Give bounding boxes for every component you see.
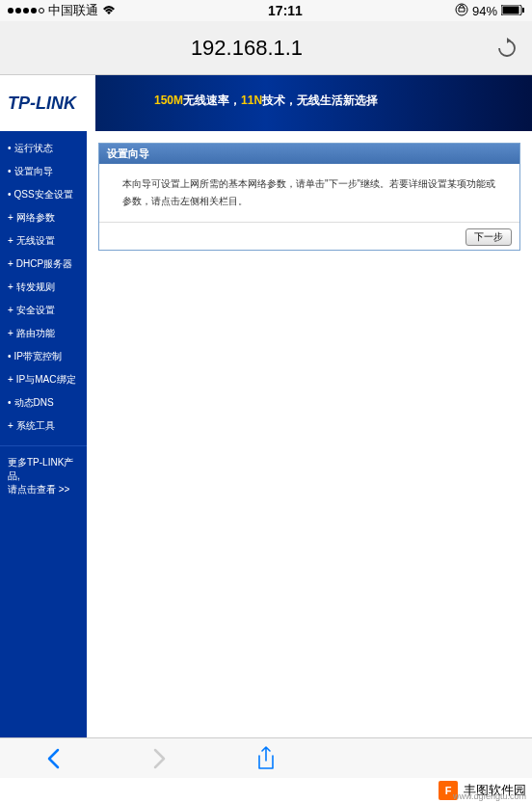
banner: TP-LINK 150M无线速率，11N技术，无线生活新选择 xyxy=(0,75,532,131)
sidebar-item-forward[interactable]: 转发规则 xyxy=(0,276,87,299)
sidebar-item-system[interactable]: 系统工具 xyxy=(0,415,87,438)
wizard-footer: 下一步 xyxy=(99,222,519,250)
sidebar: 运行状态 设置向导 QSS安全设置 网络参数 无线设置 DHCP服务器 转发规则… xyxy=(0,131,87,738)
wizard-box: 设置向导 本向导可设置上网所需的基本网络参数，请单击"下一步"继续。若要详细设置… xyxy=(98,143,520,251)
banner-slogan: 150M无线速率，11N技术，无线生活新选择 xyxy=(154,93,378,109)
reload-button[interactable] xyxy=(493,35,520,62)
watermark-url: www.dgfengtu.com xyxy=(453,791,526,801)
sidebar-menu: 运行状态 设置向导 QSS安全设置 网络参数 无线设置 DHCP服务器 转发规则… xyxy=(0,137,87,438)
back-button[interactable] xyxy=(39,744,67,773)
status-right: 94% xyxy=(455,3,524,19)
svg-rect-3 xyxy=(522,8,524,13)
sidebar-more-link[interactable]: 更多TP-LINK产品, 请点击查看 >> xyxy=(0,445,87,506)
sidebar-item-status[interactable]: 运行状态 xyxy=(0,137,87,160)
battery-icon xyxy=(501,4,524,18)
sidebar-item-bandwidth[interactable]: IP带宽控制 xyxy=(0,345,87,368)
sidebar-item-qss[interactable]: QSS安全设置 xyxy=(0,183,87,206)
sidebar-item-wireless[interactable]: 无线设置 xyxy=(0,229,87,253)
sidebar-item-dhcp[interactable]: DHCP服务器 xyxy=(0,253,87,276)
next-button[interactable]: 下一步 xyxy=(466,228,512,246)
tplink-logo: TP-LINK xyxy=(0,94,76,114)
status-left: 中国联通 xyxy=(8,2,116,19)
orientation-lock-icon xyxy=(455,3,468,19)
signal-icon xyxy=(8,8,44,13)
sidebar-item-ddns[interactable]: 动态DNS xyxy=(0,391,87,415)
sidebar-item-ipmac[interactable]: IP与MAC绑定 xyxy=(0,368,87,391)
main-area: 运行状态 设置向导 QSS安全设置 网络参数 无线设置 DHCP服务器 转发规则… xyxy=(0,131,532,738)
svg-rect-2 xyxy=(503,6,519,13)
carrier-label: 中国联通 xyxy=(48,2,98,19)
wizard-title: 设置向导 xyxy=(99,144,519,164)
forward-button[interactable] xyxy=(146,744,174,773)
sidebar-item-routing[interactable]: 路由功能 xyxy=(0,322,87,345)
status-bar: 中国联通 17:11 94% xyxy=(0,0,532,21)
sidebar-item-security[interactable]: 安全设置 xyxy=(0,299,87,322)
wifi-icon xyxy=(102,4,116,18)
battery-percent: 94% xyxy=(472,4,497,18)
sidebar-item-wizard[interactable]: 设置向导 xyxy=(0,160,87,183)
safari-toolbar xyxy=(0,737,532,778)
clock: 17:11 xyxy=(116,3,455,18)
content-pane: 设置向导 本向导可设置上网所需的基本网络参数，请单击"下一步"继续。若要详细设置… xyxy=(87,131,532,738)
address-bar: 192.168.1.1 xyxy=(0,21,532,75)
share-button[interactable] xyxy=(252,744,280,773)
router-page: TP-LINK 150M无线速率，11N技术，无线生活新选择 运行状态 设置向导… xyxy=(0,75,532,738)
wizard-body: 本向导可设置上网所需的基本网络参数，请单击"下一步"继续。若要详细设置某项功能或… xyxy=(99,164,519,222)
sidebar-item-network[interactable]: 网络参数 xyxy=(0,206,87,229)
url-field[interactable]: 192.168.1.1 xyxy=(12,36,482,61)
